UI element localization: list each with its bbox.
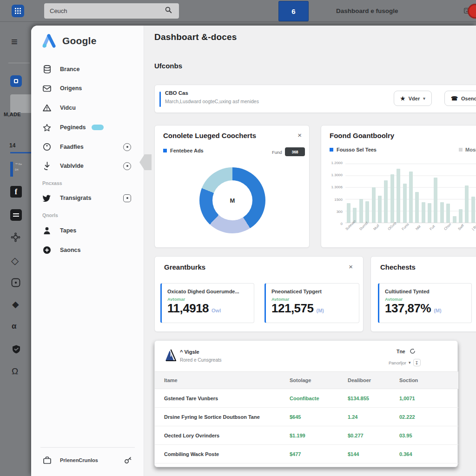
metric-suffix: (M) — [316, 308, 324, 313]
download-table-icon[interactable]: ↧ — [413, 359, 421, 366]
legend-label: Fentebee Ads — [170, 148, 204, 153]
sidebar-footer-item[interactable]: PrlenenCrunlos — [37, 453, 139, 467]
filter-label[interactable]: Panorljor — [389, 360, 406, 365]
rail-micro-text-2: D4 — [15, 168, 19, 171]
metric-tile[interactable]: Oxicato Dighed Gouerumde... Avtomar 11,4… — [160, 283, 254, 323]
sidebar-item-faadfies[interactable]: Faadfies — [37, 140, 139, 154]
cell-value: 1,0071 — [399, 396, 458, 401]
gear-icon[interactable] — [11, 232, 20, 242]
gem-icon[interactable]: ◇ — [11, 256, 19, 265]
card-title: Chechests — [380, 263, 416, 271]
cbo-subtitle: March,Lusdward oogteC,uxing asf menides — [165, 99, 259, 104]
donut-chart-card: Conolete Lueged Coocherts × Fentebee Ads… — [154, 125, 310, 248]
bar — [422, 202, 425, 223]
search-input[interactable] — [44, 3, 179, 19]
shield-icon[interactable] — [12, 344, 21, 354]
alpha-icon[interactable]: α — [12, 322, 16, 330]
profile-avatar[interactable] — [468, 4, 476, 19]
refresh-icon[interactable] — [410, 348, 416, 354]
legend: Fentebee Ads — [163, 148, 204, 153]
apps-grid-icon[interactable] — [12, 5, 24, 17]
cell-value: $477 — [290, 451, 348, 457]
chevron-down-icon: ▾ — [423, 96, 425, 101]
oseno-button[interactable]: ☎ Oseno — [444, 91, 476, 106]
cell-value: $0.277 — [348, 433, 399, 438]
sidebar-section-label: Pncxass — [42, 180, 62, 186]
metric-value: 137,87% — [385, 301, 431, 315]
sidebar-item-label: Saoncs — [60, 247, 80, 253]
rail-app-icon[interactable] — [10, 75, 22, 87]
sidebar-item-pegineds[interactable]: Pegineds — [37, 120, 139, 134]
menu-hamburger-icon[interactable]: ≡ — [11, 36, 18, 47]
bar — [403, 184, 407, 223]
close-icon[interactable]: × — [298, 131, 302, 139]
search-icon[interactable] — [165, 7, 172, 13]
briefcase-icon[interactable] — [10, 209, 22, 221]
sidebar-item-label: Brance — [60, 66, 79, 73]
sidebar-item-vidcu[interactable]: Vidcu — [37, 101, 139, 115]
bar-yticks: 1.20001.30001.300615003000 — [321, 161, 343, 226]
cell-value: $134.855 — [348, 396, 399, 401]
fund-toggle-label[interactable]: Fund — [272, 150, 282, 155]
metric-tile[interactable]: Cultiutined Tynted Avtomar 137,87%(M) — [378, 283, 472, 323]
table-row[interactable]: Drsine Fyring le Sortice Doutbson Tane $… — [155, 408, 458, 426]
metric-label: Oxicato Dighed Gouerumde... — [167, 289, 248, 294]
bar — [372, 187, 376, 223]
brand[interactable]: Google — [41, 33, 97, 49]
table-row[interactable]: Combiling Wack Poste $477 $144 0.364 — [155, 445, 458, 463]
bar — [365, 201, 369, 223]
database-icon — [42, 65, 52, 73]
donut-chart: M — [199, 167, 265, 233]
metric-tile[interactable]: Pneonaticed Typgert Avtomar 121,575(M) — [264, 283, 359, 323]
rail-input-remnant — [10, 94, 32, 113]
rail-count-label: 14 — [9, 142, 15, 149]
bar-xticks: SuteuanDurnsfMuifOGurpFunisNMFuitChsrrSw… — [345, 226, 476, 230]
bar-chart-card: Foond Goantboolry Fousso Sel Tees Mosron… — [321, 125, 476, 248]
close-icon[interactable]: × — [349, 263, 353, 271]
metric-suffix: Owl — [212, 308, 221, 313]
column-header[interactable]: Soction — [399, 377, 458, 383]
warning-triangle-icon — [42, 104, 52, 112]
column-header[interactable]: Sotolage — [290, 377, 348, 383]
facebook-icon[interactable]: f — [10, 186, 22, 198]
column-header[interactable]: Dealiboer — [348, 377, 399, 383]
page-title: Dashboart &-doces — [154, 32, 237, 42]
cell-value: $144 — [348, 451, 399, 457]
frame-icon[interactable] — [11, 278, 20, 287]
sidebar-item-saoncs[interactable]: Saoncs — [37, 243, 139, 257]
person-rail-icon[interactable]: Ω — [12, 367, 18, 376]
sidebar-item-label: Tapes — [60, 227, 76, 234]
window-title: Dashboard e fusogle — [336, 7, 398, 14]
dark-badge[interactable]: 368 — [285, 147, 305, 156]
table-title: ^ Vigsle — [180, 349, 199, 355]
button-label: Oseno — [461, 96, 476, 101]
diamond-icon[interactable]: ◆ — [12, 300, 19, 309]
button-label: Vder — [409, 96, 420, 101]
sidebar-item-transigrats[interactable]: Transigrats — [37, 191, 139, 205]
phone-icon: ☎ — [451, 95, 458, 102]
bar — [471, 197, 475, 223]
circle-expand-icon[interactable] — [123, 143, 131, 151]
legend: Fousso Sel Tees — [330, 147, 377, 152]
sidebar-item-tapes[interactable]: Tapes — [37, 224, 139, 238]
square-dot-icon[interactable] — [123, 194, 131, 202]
tools-label: Tne — [397, 349, 405, 354]
account-case-icon — [42, 456, 52, 464]
bar — [347, 203, 350, 223]
vder-dropdown-button[interactable]: ★ Vder ▾ — [394, 91, 432, 106]
table-row[interactable]: Gstened Tare Vunbers Coonfibacte $134.85… — [155, 389, 458, 408]
bird-icon — [42, 195, 52, 202]
sidebar-item-origens[interactable]: Origens — [37, 81, 139, 95]
column-header[interactable]: Itame — [164, 377, 290, 383]
sidebar-item-brance[interactable]: Brance — [37, 62, 139, 76]
key-icon[interactable] — [124, 456, 132, 464]
metric-label: Pneonaticed Typgert — [271, 289, 353, 294]
bar — [465, 185, 469, 223]
sidebar-divider — [40, 447, 135, 448]
table-row[interactable]: Oected Lory Ovrinders $1.199 $0.277 03.9… — [155, 426, 458, 445]
tab-counter-button[interactable]: 6 — [278, 1, 309, 21]
circle-info-icon[interactable] — [123, 162, 131, 170]
metric-suffix: (M) — [434, 308, 442, 313]
cell-name: Combiling Wack Poste — [164, 451, 290, 457]
sidebar-item-vablvlde[interactable]: Vablvlde — [37, 159, 139, 173]
